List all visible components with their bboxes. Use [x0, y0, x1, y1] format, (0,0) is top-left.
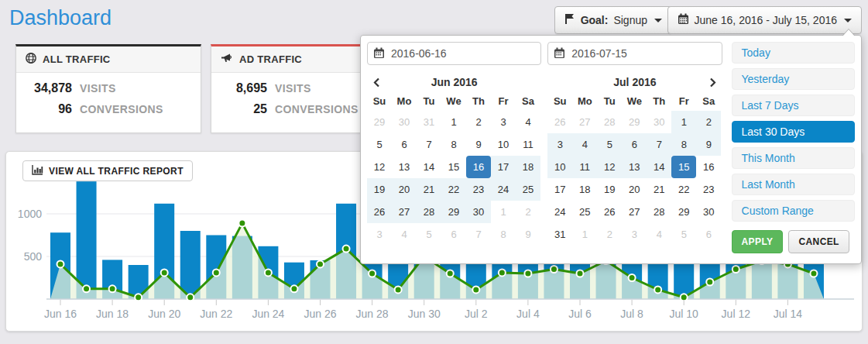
data-point[interactable]: [213, 269, 220, 276]
calendar-next-icon[interactable]: [704, 77, 722, 88]
day-cell[interactable]: 14: [417, 156, 441, 178]
day-cell[interactable]: 2: [516, 201, 540, 223]
data-point[interactable]: [343, 246, 350, 253]
view-all-traffic-report-button[interactable]: VIEW ALL TRAFFIC REPORT: [22, 160, 193, 181]
day-cell[interactable]: 10: [547, 156, 572, 178]
day-cell[interactable]: 2: [597, 223, 622, 246]
day-cell[interactable]: 30: [392, 111, 417, 133]
data-point[interactable]: [551, 266, 558, 273]
day-cell[interactable]: 5: [367, 133, 392, 156]
day-cell[interactable]: 11: [572, 156, 597, 178]
day-cell[interactable]: 16: [696, 156, 721, 178]
day-cell[interactable]: 7: [417, 133, 441, 156]
day-cell[interactable]: 18: [516, 156, 540, 178]
cancel-button[interactable]: CANCEL: [788, 230, 849, 253]
day-cell[interactable]: 3: [547, 133, 572, 156]
data-point[interactable]: [524, 270, 531, 277]
day-cell[interactable]: 20: [392, 178, 417, 201]
day-cell[interactable]: 3: [622, 223, 647, 246]
data-point[interactable]: [706, 279, 713, 286]
data-point[interactable]: [369, 270, 376, 277]
day-cell[interactable]: 16: [466, 156, 491, 178]
day-cell[interactable]: 7: [647, 133, 671, 156]
data-point[interactable]: [654, 286, 661, 293]
day-cell[interactable]: 9: [696, 133, 721, 156]
day-cell[interactable]: 18: [572, 178, 597, 201]
data-point[interactable]: [317, 260, 324, 267]
data-point[interactable]: [472, 286, 479, 293]
day-cell[interactable]: 1: [572, 223, 597, 246]
day-cell[interactable]: 1: [491, 201, 516, 223]
day-cell[interactable]: 23: [696, 178, 721, 201]
data-point[interactable]: [810, 270, 817, 277]
bar[interactable]: [180, 231, 201, 299]
day-cell[interactable]: 13: [392, 156, 417, 178]
day-cell[interactable]: 5: [597, 133, 622, 156]
day-cell[interactable]: 25: [516, 178, 540, 201]
day-cell[interactable]: 28: [647, 201, 671, 223]
range-item-this-month[interactable]: This Month: [732, 147, 855, 169]
day-cell[interactable]: 6: [441, 223, 466, 246]
day-cell[interactable]: 22: [671, 178, 696, 201]
data-point[interactable]: [135, 294, 142, 301]
data-point[interactable]: [187, 294, 194, 301]
calendar-prev-icon[interactable]: [367, 77, 386, 88]
day-cell[interactable]: 4: [516, 111, 540, 133]
day-cell[interactable]: 29: [671, 201, 696, 223]
day-cell[interactable]: 30: [647, 111, 671, 133]
range-item-today[interactable]: Today: [732, 42, 855, 64]
data-point[interactable]: [83, 285, 90, 292]
day-cell[interactable]: 30: [466, 201, 491, 223]
day-cell[interactable]: 25: [572, 201, 597, 223]
day-cell[interactable]: 1: [671, 111, 696, 133]
data-point[interactable]: [57, 260, 64, 267]
day-cell[interactable]: 3: [491, 111, 516, 133]
day-cell[interactable]: 21: [417, 178, 441, 201]
day-cell[interactable]: 5: [671, 223, 696, 246]
day-cell[interactable]: 10: [491, 133, 516, 156]
day-cell[interactable]: 9: [516, 223, 540, 246]
day-cell[interactable]: 13: [622, 156, 647, 178]
day-cell[interactable]: 27: [622, 201, 647, 223]
range-item-last-month[interactable]: Last Month: [732, 174, 855, 195]
day-cell[interactable]: 19: [597, 178, 622, 201]
day-cell[interactable]: 29: [622, 111, 647, 133]
day-cell[interactable]: 6: [622, 133, 647, 156]
day-cell[interactable]: 26: [367, 201, 392, 223]
day-cell[interactable]: 2: [466, 111, 491, 133]
day-cell[interactable]: 21: [647, 178, 671, 201]
data-point[interactable]: [447, 270, 454, 277]
day-cell[interactable]: 1: [441, 111, 466, 133]
data-point[interactable]: [109, 285, 116, 292]
day-cell[interactable]: 28: [417, 201, 441, 223]
day-cell[interactable]: 8: [671, 133, 696, 156]
data-point[interactable]: [499, 269, 506, 276]
day-cell[interactable]: 17: [491, 156, 516, 178]
day-cell[interactable]: 8: [491, 223, 516, 246]
day-cell[interactable]: 6: [696, 223, 721, 246]
day-cell[interactable]: 12: [597, 156, 622, 178]
day-cell[interactable]: 30: [696, 201, 721, 223]
end-date-input[interactable]: [547, 42, 722, 65]
day-cell[interactable]: 27: [392, 201, 417, 223]
day-cell[interactable]: 9: [466, 133, 491, 156]
day-cell[interactable]: 19: [367, 178, 392, 201]
day-cell[interactable]: 17: [547, 178, 572, 201]
day-cell[interactable]: 22: [441, 178, 466, 201]
day-cell[interactable]: 5: [417, 223, 441, 246]
day-cell[interactable]: 4: [647, 223, 671, 246]
day-cell[interactable]: 29: [441, 201, 466, 223]
day-cell[interactable]: 2: [696, 111, 721, 133]
day-cell[interactable]: 26: [547, 111, 572, 133]
range-item-yesterday[interactable]: Yesterday: [732, 68, 855, 90]
data-point[interactable]: [681, 294, 688, 301]
day-cell[interactable]: 11: [516, 133, 540, 156]
data-point[interactable]: [395, 286, 402, 293]
apply-button[interactable]: APPLY: [732, 230, 784, 253]
range-item-custom-range[interactable]: Custom Range: [732, 200, 855, 222]
data-point[interactable]: [629, 274, 636, 281]
day-cell[interactable]: 4: [392, 223, 417, 246]
day-cell[interactable]: 15: [671, 156, 696, 178]
start-date-input[interactable]: [367, 42, 541, 65]
range-item-last-30-days[interactable]: Last 30 Days: [732, 121, 855, 143]
